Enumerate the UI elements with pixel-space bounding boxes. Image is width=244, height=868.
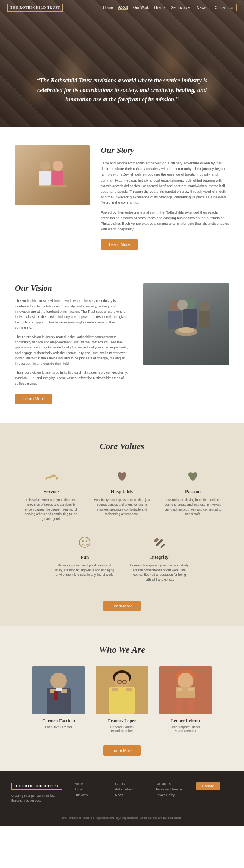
footer-link-home[interactable]: Home [75,782,112,786]
svg-point-15 [82,540,84,542]
svg-rect-32 [112,688,118,691]
carmen-illustration [32,666,85,714]
svg-rect-26 [56,688,62,691]
vision-content: Our Vision The Rothschild Trust envision… [15,283,132,404]
svg-point-13 [178,327,194,333]
fun-icon [76,534,93,550]
svg-rect-19 [154,537,159,543]
nav-news[interactable]: News [197,6,206,10]
lenore-illustration [159,666,212,714]
nav-about[interactable]: About [118,5,128,10]
nav-home[interactable]: Home [103,6,113,10]
footer-top: THE ROTHSCHILD TRUST Creating stronger c… [11,782,233,803]
svg-rect-3 [52,171,63,186]
svg-point-2 [53,161,63,171]
svg-point-21 [50,673,67,689]
svg-point-16 [86,540,87,542]
frances-title1: General Council [94,725,150,729]
footer-link-about[interactable]: About [75,787,112,791]
hero-quote: “The Rothschild Trust envisions a world … [14,76,230,127]
vision-section: Our Vision The Rothschild Trust envision… [0,268,244,423]
handshake-icon [44,469,59,484]
story-learn-more-button[interactable]: Learn More [101,239,138,250]
footer-link-grants[interactable]: Grants [115,782,152,786]
svg-point-0 [40,161,50,171]
passion-title: Passion [163,489,223,495]
svg-point-30 [115,673,129,688]
integrity-title: Integrity [129,554,189,560]
carmen-title: Executive Director [31,725,87,729]
lenore-title2: Board Member [157,729,213,733]
svg-point-7 [200,301,210,312]
svg-rect-45 [188,688,194,691]
story-img-placeholder [15,145,90,205]
service-desc: This value extends beyond the mere provi… [21,498,81,521]
who-btn-container: Learn More [11,742,233,756]
who-learn-more-button[interactable]: Learn More [103,745,141,756]
svg-rect-33 [126,688,132,691]
vision-para2: The Trust’s vision is deeply rooted in t… [15,334,132,366]
nav-contact[interactable]: Contact Us [212,4,237,11]
svg-rect-9 [168,311,182,329]
core-values-learn-more-button[interactable]: Learn More [103,601,141,611]
core-values-heading: Core Values [11,441,233,451]
nav-our-work[interactable]: Our Work [133,6,149,10]
footer-link-our-work[interactable]: Our Work [75,793,112,797]
svg-rect-24 [61,689,67,693]
story-image [15,145,90,205]
service-icon [43,468,59,485]
core-values-section: Core Values Service This value extends b… [0,423,244,626]
nav-get-involved[interactable]: Get Involved [171,6,191,10]
svg-rect-4 [37,185,67,187]
donate-button[interactable]: Donate [196,782,220,790]
hospitality-desc: Hospitality encompasses more than just c… [92,498,152,517]
frances-illustration [96,666,148,714]
main-nav: THE ROTHSCHILD TRUST Home About Our Work… [0,0,244,15]
team-member-lenore: Lenore Lebron Chief Impact Officer Board… [157,666,213,733]
lenore-photo [159,666,212,714]
svg-rect-44 [177,688,182,691]
footer-link-privacy[interactable]: Private Policy [156,793,193,797]
footer-tagline: Creating stronger communities.Building a… [11,793,67,803]
footer-link-terms[interactable]: Terms and Service [156,787,193,791]
vision-para3: The Trust’s vision is anchored in its fi… [15,370,132,386]
integrity-icon [151,534,168,550]
vision-image [143,283,229,365]
footer-col-2: Grants Get involved News [115,782,152,803]
passion-desc: Passion is the driving force that fuels … [163,498,223,517]
footer-links-grid: Home About Our Work Grants Get involved … [75,782,233,803]
value-fun: Fun Promoting a sense of playfulness and… [51,530,118,586]
lenore-title1: Chief Impact Officer [157,725,213,729]
footer-donate-col: Donate [196,782,233,790]
footer: THE ROTHSCHILD TRUST Creating stronger c… [0,771,244,826]
svg-rect-25 [54,691,58,700]
story-content: Our Story Larry and Rhoda Rothschild emb… [101,145,229,250]
svg-point-14 [79,537,90,547]
vision-learn-more-button[interactable]: Learn More [15,394,52,404]
team-member-carmen: Carmen Facciolo Executive Director [31,666,87,733]
carmen-photo [32,666,85,714]
vision-para1: The Rothschild Trust envisions a world w… [15,298,132,330]
value-integrity: Integrity Honesty, transparency, and acc… [126,530,193,586]
vision-img-placeholder [143,283,229,365]
team-grid: Carmen Facciolo Executive Director [11,666,233,733]
story-para1: Larry and Rhoda Rothschild embarked on a… [101,160,229,206]
svg-rect-22 [47,688,71,714]
gavel-icon [152,535,167,550]
value-service: Service This value extends beyond the me… [18,465,85,525]
nav-logo: THE ROTHSCHILD TRUST [7,4,63,12]
svg-rect-10 [183,309,197,328]
values-bottom-row: Fun Promoting a sense of playfulness and… [51,530,193,586]
value-hospitality: Hospitality Hospitality encompasses more… [88,465,156,525]
story-couple-illustration [30,157,75,194]
footer-link-contact[interactable]: Contact us [156,782,193,786]
integrity-desc: Honesty, transparency, and accountabilit… [129,563,189,582]
footer-col-1: Home About Our Work [75,782,112,803]
frances-photo [96,666,148,714]
nav-grants[interactable]: Grants [154,6,165,10]
footer-link-news[interactable]: News [115,793,152,797]
footer-logo: THE ROTHSCHILD TRUST [11,783,62,790]
footer-link-get-involved[interactable]: Get involved [115,787,152,791]
value-passion: Passion Passion is the driving force tha… [159,465,226,525]
lenore-name: Lenore Lebron [157,718,213,724]
